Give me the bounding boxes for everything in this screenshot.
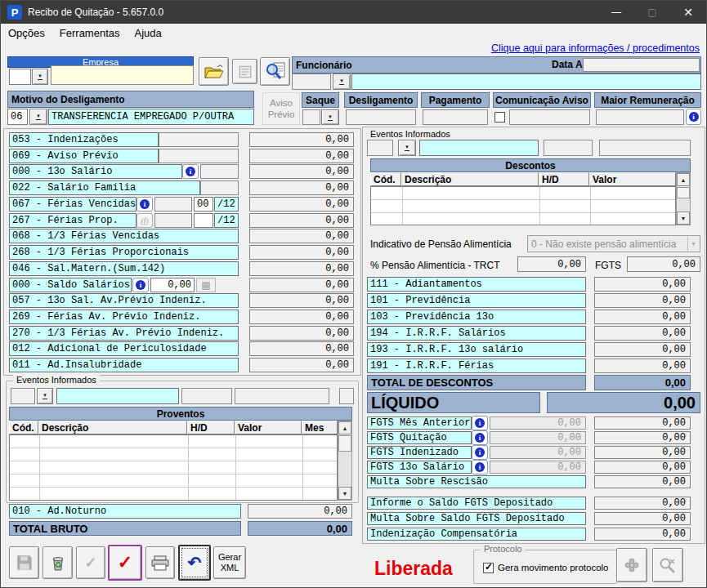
info-procedures-link[interactable]: Clique aqui para informações / procedime… bbox=[491, 42, 700, 54]
evento-right-dropdown-button[interactable] bbox=[398, 140, 416, 156]
desligamento-field[interactable] bbox=[346, 109, 416, 125]
pensao-trct-field[interactable]: 0,00 bbox=[517, 256, 586, 272]
fgts-13o-info-icon[interactable] bbox=[472, 460, 488, 474]
maior-remuneracao-info-icon[interactable] bbox=[686, 109, 701, 125]
ferias-vencidas-info-icon[interactable] bbox=[136, 197, 153, 212]
saldo-salarios-info-icon[interactable] bbox=[132, 278, 149, 292]
funcionario-name-field[interactable] bbox=[351, 74, 701, 90]
maior-remuneracao-field[interactable] bbox=[596, 109, 684, 125]
motivo-code-input[interactable]: 06 bbox=[7, 109, 28, 125]
menu-ajuda[interactable]: Ajuda bbox=[128, 27, 169, 39]
proventos-scroll-thumb[interactable] bbox=[338, 435, 351, 452]
multa-value[interactable]: 0,00 bbox=[594, 528, 691, 541]
fgts-value[interactable]: 0,00 bbox=[594, 461, 691, 474]
funcionario-code-input[interactable] bbox=[292, 74, 331, 90]
verba-subfield[interactable] bbox=[154, 197, 192, 212]
saque-dropdown-button[interactable] bbox=[321, 109, 339, 125]
evento-left-field3[interactable] bbox=[339, 388, 354, 404]
fgts-value[interactable]: 0,00 bbox=[594, 431, 691, 444]
verba-value[interactable]: 0,00 bbox=[249, 164, 354, 179]
verba-value[interactable]: 0,00 bbox=[249, 180, 354, 195]
verba-subfield[interactable] bbox=[200, 164, 239, 179]
proventos-scrollbar[interactable] bbox=[338, 421, 352, 501]
verba-subfield[interactable] bbox=[200, 180, 239, 195]
print-button[interactable] bbox=[145, 546, 175, 579]
evento-left-dropdown-button[interactable] bbox=[37, 388, 53, 404]
undo-button[interactable]: ↶ bbox=[178, 545, 211, 581]
funcionario-dropdown-button[interactable] bbox=[333, 74, 351, 90]
descontos-scrollbar[interactable] bbox=[676, 172, 691, 225]
evento-left-descricao-field[interactable] bbox=[56, 388, 179, 404]
multa-value[interactable]: 0,00 bbox=[594, 497, 691, 510]
confirm-disabled-button: ✓ bbox=[76, 546, 105, 579]
close-button[interactable]: ✕ bbox=[670, 1, 706, 24]
fgts-indenizado-info-icon[interactable] bbox=[472, 445, 488, 460]
evento-left-field1[interactable] bbox=[181, 388, 232, 404]
verba-value[interactable]: 0,00 bbox=[249, 245, 354, 260]
ferias-vencidas-meses-input[interactable]: 00 bbox=[194, 197, 213, 212]
gera-movimento-checkbox[interactable] bbox=[483, 563, 494, 573]
verba-value[interactable]: 0,00 bbox=[249, 278, 354, 292]
scroll-up-icon[interactable] bbox=[338, 421, 351, 434]
desconto-value[interactable]: 0,00 bbox=[594, 342, 691, 357]
verba-value[interactable]: 0,00 bbox=[249, 341, 354, 356]
desconto-value[interactable]: 0,00 bbox=[594, 326, 691, 341]
desconto-value[interactable]: 0,00 bbox=[594, 310, 691, 324]
evento-right-descricao-field[interactable] bbox=[419, 140, 539, 156]
ferias-prop-meses-input[interactable] bbox=[194, 213, 213, 228]
open-button[interactable] bbox=[199, 57, 229, 86]
evento-left-code-input[interactable] bbox=[11, 388, 35, 404]
empresa-name-field[interactable] bbox=[51, 65, 194, 85]
evento-right-field1[interactable] bbox=[544, 140, 593, 156]
verba-value[interactable]: 0,00 bbox=[249, 310, 354, 324]
fgts-quitacao-info-icon[interactable] bbox=[472, 430, 488, 445]
decimo-terceiro-info-icon[interactable] bbox=[182, 164, 199, 179]
evento-right-code-input[interactable] bbox=[367, 140, 393, 156]
delete-button[interactable]: ♻ bbox=[43, 546, 73, 579]
verba-value[interactable]: 0,00 bbox=[249, 149, 354, 163]
multa-value[interactable]: 0,00 bbox=[594, 475, 691, 488]
verba-value[interactable]: 0,00 bbox=[249, 293, 354, 308]
verba-subfield[interactable] bbox=[159, 149, 239, 163]
pagamento-field[interactable] bbox=[423, 109, 488, 125]
saldo-salarios-input[interactable]: 0,00 bbox=[150, 278, 195, 292]
verba-subfield[interactable] bbox=[154, 213, 192, 228]
confirm-button[interactable]: ✓ bbox=[108, 545, 142, 581]
fgts-value[interactable]: 0,00 bbox=[594, 416, 691, 430]
evento-right-field2[interactable] bbox=[599, 140, 691, 156]
verba-subfield[interactable] bbox=[159, 132, 239, 147]
menu-ferramentas[interactable]: Ferramentas bbox=[52, 27, 128, 39]
pensao-fgts-field[interactable]: 0,00 bbox=[627, 256, 700, 272]
verba-value[interactable]: 0,00 bbox=[249, 326, 354, 341]
desconto-value[interactable]: 0,00 bbox=[594, 277, 691, 292]
evento-left-field2[interactable] bbox=[235, 388, 329, 404]
descontos-scroll-thumb[interactable] bbox=[677, 187, 690, 198]
fgts-mes-anterior-info-icon[interactable] bbox=[472, 416, 488, 430]
menu-opcoes[interactable]: Opções bbox=[1, 27, 52, 39]
desconto-value[interactable]: 0,00 bbox=[594, 293, 691, 308]
verba-value[interactable]: 0,00 bbox=[249, 132, 354, 147]
saque-input[interactable] bbox=[302, 109, 320, 125]
scroll-up-icon[interactable] bbox=[677, 173, 690, 186]
search-button[interactable] bbox=[260, 57, 290, 86]
scroll-down-icon[interactable] bbox=[677, 212, 690, 225]
verba-value[interactable]: 0,00 bbox=[249, 261, 354, 276]
motivo-dropdown-button[interactable] bbox=[29, 109, 47, 125]
scroll-down-icon[interactable] bbox=[338, 487, 351, 500]
desconto-value[interactable]: 0,00 bbox=[594, 359, 691, 373]
comunicacao-aviso-field[interactable] bbox=[509, 109, 590, 125]
descontos-table-body[interactable] bbox=[370, 186, 676, 225]
multa-value[interactable]: 0,00 bbox=[594, 512, 691, 525]
fgts-value[interactable]: 0,00 bbox=[594, 446, 691, 459]
verba-value[interactable]: 0,00 bbox=[249, 197, 354, 212]
verba-value[interactable]: 0,00 bbox=[249, 213, 354, 228]
empresa-code-input[interactable] bbox=[9, 69, 31, 85]
ad-noturno-value[interactable]: 0,00 bbox=[248, 504, 352, 519]
comunicacao-aviso-checkbox[interactable] bbox=[494, 112, 505, 122]
minimize-button[interactable]: — bbox=[598, 1, 634, 24]
verba-value[interactable]: 0,00 bbox=[249, 358, 354, 372]
proventos-table-body[interactable] bbox=[9, 434, 338, 501]
empresa-dropdown-button[interactable] bbox=[32, 69, 48, 85]
gerar-xml-button[interactable]: Gerar XML bbox=[213, 546, 246, 579]
verba-value[interactable]: 0,00 bbox=[249, 229, 354, 243]
